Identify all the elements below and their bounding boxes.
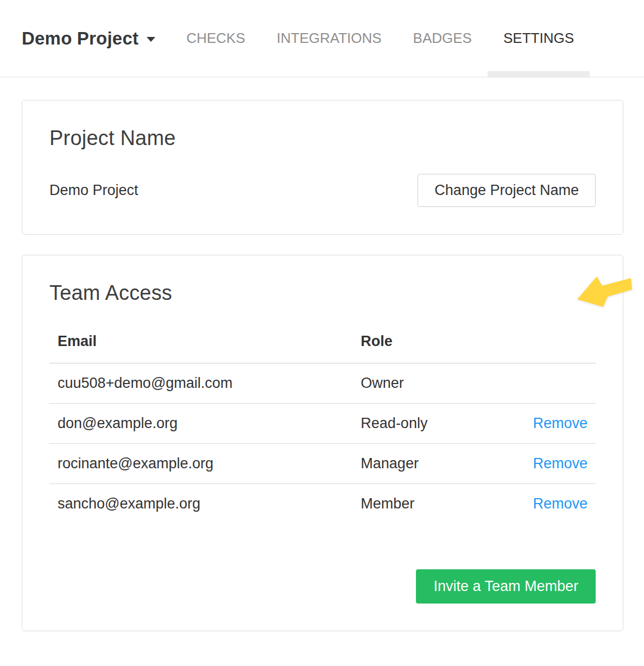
team-access-card: Team Access Email Role cuu508+demo@gmail… — [22, 255, 623, 631]
tab-settings[interactable]: SETTINGS — [488, 0, 590, 77]
project-name-card-title: Project Name — [49, 127, 596, 150]
member-email: rocinante@example.org — [49, 444, 352, 484]
invite-team-member-button[interactable]: Invite a Team Member — [416, 569, 596, 604]
current-project-name: Demo Project — [49, 182, 138, 199]
member-email: don@example.org — [49, 404, 352, 444]
actions-column-header — [516, 322, 596, 363]
table-row: don@example.org Read-only Remove — [49, 404, 596, 444]
remove-member-link[interactable]: Remove — [533, 415, 588, 431]
member-role: Member — [352, 484, 516, 524]
project-switcher-dropdown[interactable]: Demo Project — [22, 28, 155, 49]
team-access-card-title: Team Access — [49, 281, 596, 305]
top-navbar: Demo Project CHECKS INTEGRATIONS BADGES … — [0, 0, 644, 78]
remove-member-link[interactable]: Remove — [533, 455, 588, 472]
member-actions-cell: Remove — [516, 404, 596, 444]
tab-integrations[interactable]: INTEGRATIONS — [261, 0, 397, 77]
table-row: cuu508+demo@gmail.com Owner — [49, 363, 596, 404]
table-header-row: Email Role — [49, 322, 596, 363]
primary-tabs: CHECKS INTEGRATIONS BADGES SETTINGS — [171, 0, 590, 77]
change-project-name-button[interactable]: Change Project Name — [418, 174, 596, 207]
table-row: sancho@example.org Member Remove — [49, 484, 596, 524]
member-role: Manager — [352, 444, 516, 484]
project-name-card: Project Name Demo Project Change Project… — [22, 100, 623, 235]
project-switcher-label: Demo Project — [22, 28, 138, 49]
member-email: cuu508+demo@gmail.com — [49, 363, 352, 404]
remove-member-link[interactable]: Remove — [533, 495, 588, 512]
settings-page: Project Name Demo Project Change Project… — [0, 78, 644, 631]
role-column-header: Role — [352, 322, 516, 363]
team-members-table: Email Role cuu508+demo@gmail.com Owner d… — [49, 322, 596, 524]
tab-checks[interactable]: CHECKS — [171, 0, 261, 77]
table-row: rocinante@example.org Manager Remove — [49, 444, 596, 484]
member-role: Owner — [352, 363, 516, 404]
member-email: sancho@example.org — [49, 484, 352, 524]
tab-badges[interactable]: BADGES — [397, 0, 488, 77]
caret-down-icon — [147, 37, 155, 42]
member-actions-cell: Remove — [516, 484, 596, 524]
member-role: Read-only — [352, 404, 516, 444]
email-column-header: Email — [49, 322, 352, 363]
member-actions-cell — [516, 363, 596, 404]
member-actions-cell: Remove — [516, 444, 596, 484]
